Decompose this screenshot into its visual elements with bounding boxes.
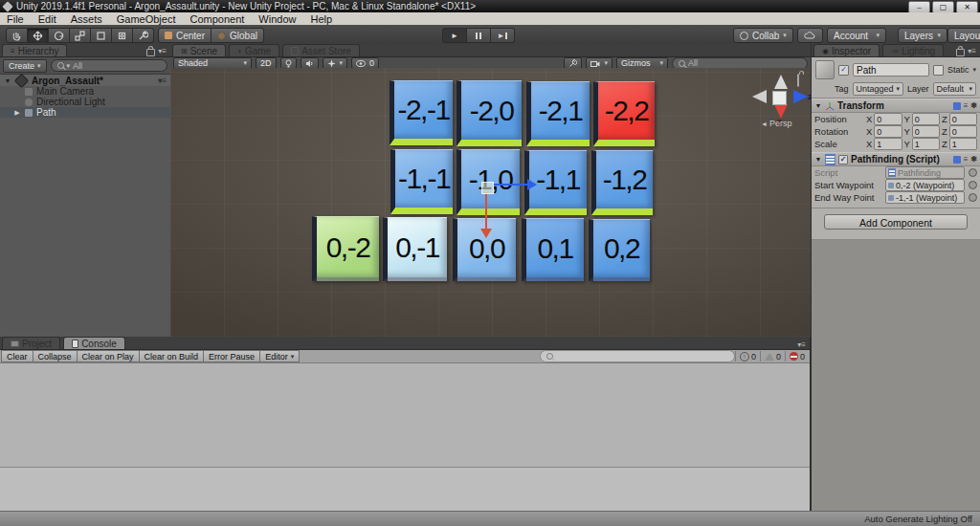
inspector-lock-icon[interactable] [956, 49, 965, 56]
static-dropdown-icon[interactable]: ▾ [972, 66, 976, 74]
foldout-arrow-icon[interactable]: ▼ [814, 102, 822, 109]
hierarchy-item-directional-light[interactable]: Directional Light [0, 97, 170, 107]
hierarchy-item-path[interactable]: ▶ Path [0, 107, 170, 118]
rotation-z-field[interactable]: 0 [949, 125, 977, 138]
pivot-toggle-button[interactable]: Center [158, 28, 212, 43]
menu-window[interactable]: Window [258, 13, 296, 25]
position-z-field[interactable]: 0 [949, 113, 977, 125]
rotate-tool-button[interactable] [49, 28, 70, 43]
console-pane-menu-icon[interactable]: ▾≡ [797, 340, 810, 349]
scale-z-field[interactable]: 1 [949, 138, 977, 150]
name-field[interactable]: Path [853, 63, 929, 77]
rotation-y-field[interactable]: 0 [912, 125, 940, 138]
transform-component-header[interactable]: ▼ Transform ≡✱ [812, 99, 980, 113]
layers-dropdown[interactable]: Layers▾ [898, 28, 947, 43]
collab-dropdown[interactable]: Collab▾ [733, 28, 793, 43]
layout-dropdown[interactable]: Layout▾ [947, 28, 980, 43]
presets-icon[interactable]: ≡ [964, 155, 969, 164]
gizmo-y-up-cone[interactable] [774, 75, 788, 89]
scene-row-menu-icon[interactable]: ▾≡ [158, 77, 170, 85]
account-dropdown[interactable]: Account▾ [827, 28, 886, 43]
hand-tool-button[interactable] [6, 28, 28, 43]
scale-tool-button[interactable] [70, 28, 91, 43]
menu-assets[interactable]: Assets [71, 13, 102, 25]
end-waypoint-field[interactable]: -1,-1 (Waypoint) [885, 191, 965, 204]
custom-tool-button[interactable] [133, 28, 154, 43]
foldout-arrow-icon[interactable]: ▼ [814, 156, 822, 163]
layer-dropdown[interactable]: Default▾ [933, 82, 976, 96]
clear-button[interactable]: Clear [1, 350, 33, 362]
info-count-badge[interactable]: !0 [735, 351, 760, 362]
move-gizmo-center-handle[interactable] [481, 182, 494, 194]
pathfinding-enabled-checkbox[interactable]: ✓ [838, 155, 848, 164]
menu-help[interactable]: Help [310, 13, 332, 25]
auto-generate-lighting-status[interactable]: Auto Generate Lighting Off [864, 514, 972, 524]
console-log-list[interactable] [0, 363, 810, 468]
gizmo-lock-icon[interactable] [797, 74, 799, 87]
add-component-button[interactable]: Add Component [824, 214, 968, 230]
persp-toggle[interactable]: ◄Persp [761, 119, 791, 128]
rotation-x-field[interactable]: 0 [874, 125, 902, 138]
error-pause-button[interactable]: Error Pause [204, 350, 260, 362]
scene-root-argon-assault[interactable]: ▼ Argon_Assault* ▾≡ [0, 75, 170, 86]
start-waypoint-field[interactable]: 0,-2 (Waypoint) [885, 179, 965, 191]
menu-component[interactable]: Component [189, 13, 244, 25]
object-picker-icon[interactable] [969, 193, 977, 202]
tab-project[interactable]: Project [2, 337, 60, 349]
gizmo-neg-z-cone[interactable] [752, 90, 767, 103]
active-checkbox[interactable]: ✓ [838, 65, 849, 76]
tab-inspector[interactable]: ◉Inspector [813, 44, 880, 56]
move-gizmo-x-axis[interactable] [485, 192, 487, 229]
scene-viewport[interactable] [170, 68, 811, 337]
tab-scene[interactable]: ⊞Scene [172, 44, 226, 56]
position-x-field[interactable]: 0 [874, 113, 902, 125]
position-y-field[interactable]: 0 [912, 113, 940, 125]
settings-gear-icon[interactable]: ✱ [970, 155, 977, 164]
help-icon[interactable] [953, 102, 961, 110]
cloud-button[interactable] [797, 28, 823, 43]
tab-hierarchy[interactable]: ≡Hierarchy [2, 44, 67, 56]
create-button[interactable]: Create▾ [3, 59, 47, 73]
menu-file[interactable]: File [7, 13, 24, 25]
foldout-arrow-icon[interactable]: ▼ [4, 77, 11, 84]
help-icon[interactable] [953, 156, 961, 164]
expand-arrow-icon[interactable]: ▶ [13, 109, 21, 117]
pane-menu-icon[interactable]: ▾≡ [158, 47, 167, 55]
rect-tool-button[interactable] [91, 28, 112, 43]
menu-edit[interactable]: Edit [38, 13, 56, 25]
scale-x-field[interactable]: 1 [874, 138, 902, 150]
step-button[interactable]: ► [491, 28, 515, 43]
warning-count-badge[interactable]: 0 [760, 351, 785, 362]
object-picker-icon[interactable] [969, 181, 977, 189]
gizmo-center-cube[interactable] [772, 91, 787, 105]
tab-asset-store[interactable]: Asset Store [282, 44, 360, 56]
console-detail-pane[interactable] [0, 468, 810, 512]
collapse-button[interactable]: Collapse [33, 350, 78, 362]
clear-on-play-button[interactable]: Clear on Play [78, 350, 140, 362]
tab-console[interactable]: Console [63, 337, 125, 349]
presets-icon[interactable]: ≡ [964, 101, 969, 110]
tab-game[interactable]: ◖Game [229, 44, 279, 56]
static-checkbox[interactable] [933, 65, 944, 76]
console-search-input[interactable] [540, 350, 735, 362]
object-picker-icon[interactable] [969, 168, 977, 177]
pathfinding-component-header[interactable]: ▼ ✓ Pathfinding (Script) ≡✱ [812, 152, 980, 166]
lock-icon[interactable] [146, 49, 155, 56]
move-tool-button[interactable] [28, 28, 49, 43]
error-count-badge[interactable]: 0 [785, 351, 809, 362]
inspector-pane-menu-icon[interactable]: ▾≡ [968, 47, 976, 55]
clear-on-build-button[interactable]: Clear on Build [140, 350, 205, 362]
title-bar[interactable]: Unity 2019.1.4f1 Personal - Argon_Assaul… [0, 0, 980, 12]
hierarchy-search-input[interactable]: ▾All [51, 59, 167, 72]
hierarchy-item-main-camera[interactable]: Main Camera [0, 86, 170, 97]
tag-dropdown[interactable]: Untagged▾ [853, 82, 904, 96]
tab-lighting[interactable]: ≔Lighting [882, 44, 944, 56]
transform-tool-button[interactable] [112, 28, 133, 43]
play-button[interactable]: ► [442, 28, 467, 43]
menu-gameobject[interactable]: GameObject [117, 13, 176, 25]
settings-gear-icon[interactable]: ✱ [970, 101, 977, 110]
orientation-toggle-button[interactable]: Global [212, 28, 264, 43]
script-object-field[interactable]: Pathfinding [885, 166, 965, 179]
scale-y-field[interactable]: 1 [912, 138, 940, 150]
pause-button[interactable] [467, 28, 491, 43]
